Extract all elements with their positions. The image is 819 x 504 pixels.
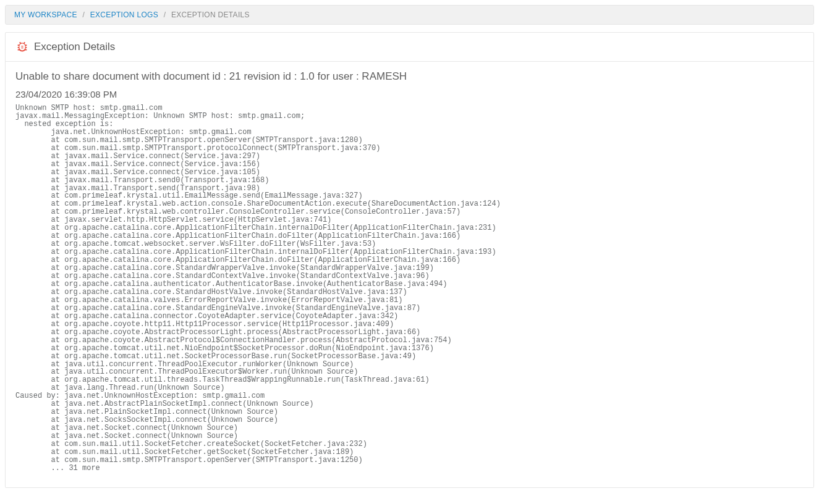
exception-timestamp: 23/04/2020 16:39:08 PM (15, 89, 804, 99)
panel-header: Exception Details (6, 33, 813, 62)
svg-rect-1 (21, 48, 23, 48)
breadcrumb-current: EXCEPTION DETAILS (171, 10, 250, 19)
breadcrumb-separator: / (82, 10, 85, 19)
exception-stacktrace: Unknown SMTP host: smtp.gmail.com javax.… (15, 104, 804, 472)
breadcrumb-link-workspace[interactable]: MY WORKSPACE (14, 10, 77, 19)
panel-title: Exception Details (34, 41, 115, 53)
svg-rect-0 (21, 46, 23, 46)
breadcrumb-separator: / (164, 10, 166, 19)
breadcrumb: MY WORKSPACE / EXCEPTION LOGS / EXCEPTIO… (5, 5, 814, 25)
exception-title: Unable to share document with document i… (15, 70, 804, 83)
bug-icon (15, 40, 29, 54)
exception-panel: Exception Details Unable to share docume… (5, 32, 814, 488)
panel-body: Unable to share document with document i… (6, 62, 813, 487)
breadcrumb-link-exception-logs[interactable]: EXCEPTION LOGS (90, 10, 158, 19)
